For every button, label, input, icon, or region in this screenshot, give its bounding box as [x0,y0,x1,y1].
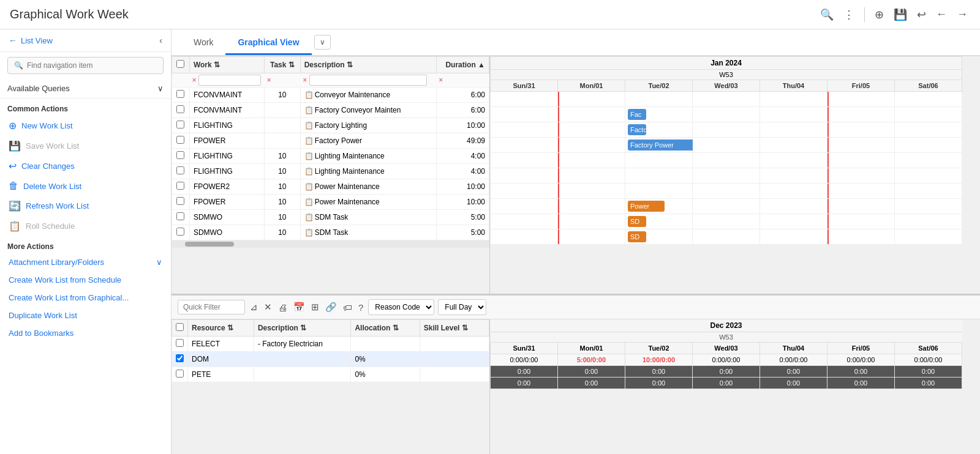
filter-icon[interactable]: ⊿ [249,300,259,314]
undo-btn[interactable]: ↩ [914,7,929,23]
desc-filter-input[interactable] [309,75,428,86]
sidebar-collapse-btn[interactable]: ‹ [159,35,162,45]
res-row-check-cell[interactable] [172,367,188,382]
work-table-row[interactable]: SDMWO 10 📋SDM Task 5:00 [172,210,489,225]
res-dom-cell: 0:00 [558,366,625,378]
row-checkbox[interactable] [176,151,184,159]
resource-table-row[interactable]: PETE 0% [172,367,489,382]
row-checkbox[interactable] [176,105,184,113]
resource-table-row[interactable]: DOM 0% [172,352,489,367]
back-nav-btn[interactable]: ← [933,7,949,22]
reason-code-select[interactable]: Reason Code [368,299,434,315]
quick-filter-input[interactable] [178,300,245,314]
row-check-cell[interactable] [172,195,190,210]
work-table-row[interactable]: FLIGHTING 10 📋Lighting Maintenance 4:00 [172,164,489,179]
filter-task[interactable]: × [265,73,301,87]
row-check-cell[interactable] [172,118,190,133]
row-check-cell[interactable] [172,133,190,149]
help-icon[interactable]: ? [357,301,364,314]
tab-work[interactable]: Work [181,31,225,55]
calendar-icon[interactable]: 📅 [292,300,306,314]
sidebar-action-duplicate-work-list[interactable]: Duplicate Work List [0,307,171,324]
work-table-row[interactable]: FLIGHTING 📋Factory Lighting 10:00 [172,118,489,133]
row-check-cell[interactable] [172,210,190,225]
tabs-dropdown-btn[interactable]: ∨ [314,35,331,50]
row-checkbox[interactable] [176,182,184,190]
res-row-checkbox[interactable] [176,339,184,347]
sidebar-back-link[interactable]: ← List View ‹ [0,29,171,52]
work-table-row[interactable]: SDMWO 10 📋SDM Task 5:00 [172,225,489,240]
res-row-checkbox[interactable] [176,354,184,362]
work-table-row[interactable]: FPOWER 10 📋Power Maintenance 10:00 [172,195,489,210]
forward-nav-btn[interactable]: → [954,7,970,22]
search-icon-btn[interactable]: 🔍 [818,7,836,23]
gantt-bar[interactable]: Power [628,201,665,212]
work-table-row[interactable]: FCONVMAINT 📋Factory Conveyor Mainten 6:0… [172,103,489,118]
gantt-bar[interactable]: SD [628,216,646,227]
filter-dur[interactable]: × [436,73,489,87]
resource-table-row[interactable]: FELECT - Factory Electrician [172,337,489,352]
filter-desc[interactable]: × [300,73,436,87]
task-icon: 📋 [304,91,314,99]
search-input[interactable] [27,61,157,70]
row-checkbox[interactable] [176,228,184,236]
row-checkbox[interactable] [176,166,184,174]
tab-graphical-view[interactable]: Graphical View [225,31,311,55]
work-table-row[interactable]: FLIGHTING 10 📋Lighting Maintenance 4:00 [172,149,489,164]
work-filter-input[interactable] [198,75,262,86]
work-table-row[interactable]: FPOWER2 10 📋Power Maintenance 10:00 [172,179,489,195]
row-checkbox[interactable] [176,90,184,98]
sidebar-action-new-work-list[interactable]: ⊕ New Work List [0,116,171,136]
clear-filter-icon[interactable]: ✕ [263,300,273,314]
work-table-hscroll[interactable] [172,240,489,248]
print-icon[interactable]: 🖨 [277,301,288,314]
row-check-cell[interactable] [172,103,190,118]
select-all-checkbox[interactable] [176,60,184,68]
row-check-cell[interactable] [172,225,190,240]
sidebar-action-add-to-bookmarks[interactable]: Add to Bookmarks [0,324,171,342]
more-options-btn[interactable]: ⋮ [841,7,857,23]
sidebar-search-box[interactable]: 🔍 [7,57,164,74]
res-row-checkbox[interactable] [176,370,184,378]
row-checkbox[interactable] [176,136,184,144]
save-btn[interactable]: 💾 [891,7,910,23]
res-row-check-cell[interactable] [172,352,188,367]
sidebar-action-attachment-library[interactable]: Attachment Library/Folders ∨ [0,253,171,271]
tag-icon[interactable]: 🏷 [342,301,353,314]
sidebar-action-clear-changes[interactable]: ↩ Clear Changes [0,156,171,176]
grid-icon[interactable]: ⊞ [310,300,320,314]
sidebar-action-delete-work-list[interactable]: 🗑 Delete Work List [0,176,171,196]
res-select-all[interactable] [176,323,184,331]
gantt-bar[interactable]: Factor [628,124,646,135]
add-btn[interactable]: ⊕ [872,7,886,23]
work-table-row[interactable]: FPOWER 📋Factory Power 49:09 [172,133,489,149]
res-row-check-cell[interactable] [172,337,188,352]
row-check-cell[interactable] [172,179,190,195]
row-checkbox[interactable] [176,121,184,128]
col-header-check[interactable] [172,57,190,73]
row-check-cell[interactable] [172,164,190,179]
row-checkbox[interactable] [176,197,184,205]
gantt-top-cell [491,168,558,184]
gantt-top-cell [558,122,625,138]
row-check-cell[interactable] [172,149,190,164]
work-table-row[interactable]: FCONVMAINT 10 📋Conveyor Maintenance 6:00 [172,87,489,103]
gantt-bar[interactable]: Fac [628,109,646,120]
full-day-select[interactable]: Full Day [438,299,486,315]
filter-work[interactable]: × [189,73,264,87]
gantt-red-line [827,214,829,229]
res-col-check[interactable] [172,320,188,337]
res-row-resource-cell: FELECT [188,337,254,352]
sidebar-action-create-from-graphical[interactable]: Create Work List from Graphical... [0,289,171,307]
gantt-top-cell [895,92,962,107]
sidebar-action-create-from-schedule[interactable]: Create Work List from Schedule [0,271,171,289]
link-icon[interactable]: 🔗 [324,300,338,314]
row-desc-cell: 📋Power Maintenance [300,195,436,210]
sidebar-action-refresh-work-list[interactable]: 🔄 Refresh Work List [0,196,171,216]
row-check-cell[interactable] [172,87,190,103]
hscroll-thumb[interactable] [185,242,234,247]
row-checkbox[interactable] [176,212,184,220]
gantt-bar[interactable]: SD [628,231,646,242]
available-queries-toggle[interactable]: Available Queries ∨ [0,79,171,99]
attachment-label: Attachment Library/Folders [9,258,104,267]
